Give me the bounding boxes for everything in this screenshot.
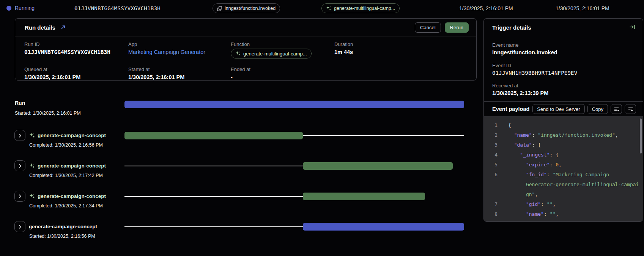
field-received-at: Received at 1/30/2025, 2:13:39 PM [492,83,548,96]
step-status-line: Completed: 1/30/2025, 2:16:56 PM [29,142,103,148]
expand-step-button[interactable] [14,191,25,202]
scroll-to-bottom-icon [628,106,633,112]
trigger-details-header: Trigger details [484,19,643,36]
trigger-details-title: Trigger details [492,24,531,31]
step-name[interactable]: generate-campaign-concept [38,193,106,199]
step-status-line: Completed: 1/30/2025, 2:17:34 PM [29,203,103,209]
inngest-run-page: Running 01JJVNNBTGG4MSSYVXGVCH1B3H innge… [0,0,644,256]
field-event-id: Event ID 01JJVNH1H39BBH9RT14NFPE9EV [492,63,577,76]
code-line-text: gn", [508,191,538,197]
step-status-line: Started: 1/30/2025, 2:16:56 PM [29,234,95,239]
collapse-panel-icon[interactable] [629,24,635,32]
code-line-text: { [508,122,511,128]
expand-step-button[interactable] [14,160,25,171]
code-scrollbar[interactable] [640,119,642,153]
scroll-to-bottom-button[interactable] [625,104,636,114]
chevron-right-icon [19,164,22,168]
timeline-run-label: Run [15,100,25,106]
code-line: 1{ [484,120,639,130]
code-line: 3 "data": { [484,140,639,150]
code-line: 9 "source_app_id": "", [484,219,639,221]
step-name[interactable]: generate-campaign-concept [29,224,97,229]
timeline-step-bar[interactable] [303,223,464,231]
wrap-text-button[interactable] [611,104,622,114]
event-payload-title: Event payload [492,106,529,112]
timeline-step-bar[interactable] [303,193,425,200]
code-line-text: Generator-generate-multilingual-campai [508,182,639,187]
step-name[interactable]: generate-campaign-concept [38,133,106,138]
wrap-text-icon [614,106,619,112]
code-line-text: "name": "inngest/function.invoked", [508,132,618,138]
event-payload-code: 1{2 "name": "inngest/function.invoked",3… [484,116,643,221]
code-line-text: "fn_id": "Marketing Campaign [508,172,609,177]
step-status-line: Completed: 1/30/2025, 2:17:42 PM [29,173,103,178]
copy-button[interactable]: Copy [587,104,608,114]
timeline-connector-line [124,166,303,166]
timeline-step-row: generate-campaign-conceptCompleted: 1/30… [14,130,117,150]
timeline-step-row: generate-campaign-conceptStarted: 1/30/2… [14,221,117,241]
timeline-step-bar[interactable] [124,132,303,139]
timeline-run-bar[interactable] [124,101,464,108]
code-line: 7 "gid": "", [484,199,639,209]
code-line: 5 "expire": 0, [484,160,639,170]
timeline-step-row: generate-campaign-conceptCompleted: 1/30… [14,191,117,210]
expand-step-button[interactable] [14,221,25,232]
line-number: 7 [484,199,498,209]
send-to-dev-server-button[interactable]: Send to Dev Server [532,104,584,114]
trigger-details-panel: Trigger details Event name inngest/funct… [483,18,643,222]
step-name[interactable]: generate-campaign-concept [38,163,106,169]
code-line: gn", [484,190,639,199]
code-line: 2 "name": "inngest/function.invoked", [484,130,639,140]
code-line-text: "gid": "", [508,201,556,207]
line-number: 9 [484,219,498,221]
sparkles-icon [29,133,35,138]
line-number: 3 [484,140,498,150]
code-line: 8 "name": "", [484,209,639,219]
code-line-text: "_inngest": { [508,152,559,158]
chevron-right-icon [19,194,22,199]
timeline-step-row: generate-campaign-conceptCompleted: 1/30… [14,160,117,180]
code-line: 4 "_inngest": { [484,150,639,160]
code-line-text: "expire": 0, [508,162,562,168]
code-line-text: "source_app_id": "", [508,221,586,221]
line-number: 4 [484,150,498,160]
json-code: 1{2 "name": "inngest/function.invoked",3… [484,120,639,221]
event-id-value: 01JJVNH1H39BBH9RT14NFPE9EV [492,70,577,76]
line-number: 2 [484,130,498,140]
sparkles-icon [29,163,35,169]
code-line: 6 "fn_id": "Marketing Campaign [484,170,639,180]
sparkles-icon [29,193,35,199]
line-number: 6 [484,170,498,180]
timeline-step-bar[interactable] [303,162,453,170]
line-number: 8 [484,209,498,219]
code-line: Generator-generate-multilingual-campai [484,180,639,190]
chevron-right-icon [19,133,22,138]
code-line-text: "data": { [508,142,541,148]
timeline-run-status-line: Started: 1/30/2025, 2:16:01 PM [15,111,81,116]
code-line-text: "name": "", [508,211,559,217]
timeline-connector-line [303,135,464,136]
event-payload-header: Event payload Send to Dev Server Copy [484,101,643,116]
line-number: 5 [484,160,498,170]
expand-step-button[interactable] [14,130,25,141]
field-event-name: Event name inngest/function.invoked [492,42,557,55]
line-number: 1 [484,120,498,130]
chevron-right-icon [19,224,22,229]
timeline-connector-line [124,226,303,227]
timeline-connector-line [124,196,303,197]
